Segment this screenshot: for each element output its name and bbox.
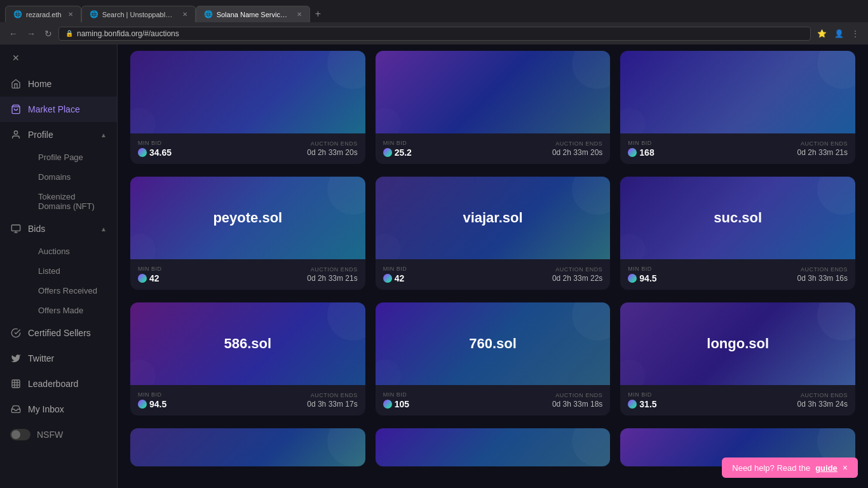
card2-name: viajar.sol — [463, 210, 522, 226]
card4-info: MIN BID 94.5 AUCTION ENDS 0d 3h 33m 17s — [130, 385, 365, 416]
tab3-label: Solana Name Service | Bonfida — [217, 11, 290, 18]
card1-min-bid-label: MIN BID — [138, 266, 162, 272]
sidebar-item-marketplace[interactable]: Market Place — [0, 97, 117, 122]
card-deco — [572, 428, 610, 466]
card3-end-value: 0d 3h 33m 16s — [797, 274, 848, 283]
sidebar-item-my-inbox[interactable]: My Inbox — [0, 396, 117, 422]
tab1-label: rezarad.eth — [26, 11, 62, 18]
sidebar-item-auctions[interactable]: Auctions — [28, 241, 117, 261]
browser-tabs: 🌐 rezarad.eth ✕ 🌐 Search | Unstoppable D… — [0, 0, 868, 22]
tab2-favicon: 🌐 — [90, 10, 98, 18]
browser-tab-3[interactable]: 🌐 Solana Name Service | Bonfida ✕ — [196, 6, 310, 22]
card6-bid-value: 31.5 — [628, 399, 656, 409]
inbox-icon — [10, 403, 22, 415]
card-deco — [327, 51, 365, 89]
menu-button[interactable]: ⋮ — [849, 28, 862, 39]
card4-image: 586.sol — [130, 302, 365, 385]
card1-bid: MIN BID 42 — [138, 266, 162, 283]
auction-card-6[interactable]: longo.sol MIN BID 31.5 AUCTION ENDS 0d 3… — [620, 302, 855, 416]
card3-bid: MIN BID 94.5 — [628, 266, 656, 283]
card-above2-info: MIN BID 25.2 AUCTION ENDS 0d 2h 33m 20s — [376, 133, 611, 164]
card5-bid: MIN BID 105 — [383, 391, 409, 409]
sidebar-marketplace-label: Market Place — [28, 104, 107, 114]
profile-button[interactable]: 👤 — [832, 28, 846, 39]
sol-icon-2 — [383, 148, 392, 157]
sidebar-item-nsfw[interactable]: NSFW — [0, 422, 117, 447]
close-icon: ✕ — [10, 52, 22, 64]
card1-bid-amount: 42 — [149, 273, 159, 283]
browser-tab-2[interactable]: 🌐 Search | Unstoppable Domains ✕ — [81, 6, 196, 22]
forward-button[interactable]: → — [24, 26, 38, 41]
profile-chevron-icon: ▲ — [100, 132, 107, 139]
help-close-button[interactable]: × — [843, 463, 848, 473]
browser-tab-1[interactable]: 🌐 rezarad.eth ✕ — [5, 6, 81, 22]
above1-end-value: 0d 2h 33m 20s — [307, 148, 357, 157]
auction-card-5[interactable]: 760.sol MIN BID 105 AUCTION ENDS 0d 3h 3… — [376, 302, 611, 416]
card6-end-value: 0d 3h 33m 24s — [797, 400, 848, 409]
card-above1-bid-value: 34.65 — [138, 147, 172, 158]
domains-label: Domains — [38, 172, 71, 182]
card-deco — [817, 51, 855, 89]
auction-card-8-partial[interactable] — [376, 428, 611, 466]
card-deco — [572, 177, 610, 215]
sidebar-item-domains[interactable]: Domains — [28, 167, 117, 187]
card1-ends-label: AUCTION ENDS — [307, 266, 357, 273]
auction-card-above3[interactable]: MIN BID 168 AUCTION ENDS 0d 2h 33m 21s — [620, 51, 855, 164]
auction-card-2[interactable]: viajar.sol MIN BID 42 AUCTION ENDS 0d 2h… — [376, 177, 611, 290]
above3-end-value: 0d 2h 33m 21s — [797, 148, 848, 157]
card-deco-2 — [130, 108, 156, 133]
sidebar-close[interactable]: ✕ — [0, 44, 117, 71]
auction-ends-label-3: AUCTION ENDS — [797, 140, 848, 147]
sidebar-item-listed[interactable]: Listed — [28, 261, 117, 281]
sidebar-item-twitter[interactable]: Twitter — [0, 346, 117, 371]
auction-card-above2[interactable]: MIN BID 25.2 AUCTION ENDS 0d 2h 33m 20s — [376, 51, 611, 164]
extensions-button[interactable]: ⭐ — [815, 28, 829, 39]
nsfw-toggle[interactable] — [10, 429, 31, 440]
card2-info: MIN BID 42 AUCTION ENDS 0d 2h 33m 22s — [376, 259, 611, 290]
card4-sol-icon — [138, 400, 147, 409]
new-tab-button[interactable]: + — [310, 6, 326, 22]
card6-sol-icon — [628, 400, 637, 409]
help-guide-link[interactable]: guide — [815, 463, 837, 473]
card-deco — [572, 302, 610, 341]
address-bar[interactable]: 🔒 naming.bonfida.org/#/auctions — [58, 27, 811, 41]
address-text: naming.bonfida.org/#/auctions — [77, 29, 179, 38]
card7-partial-image — [130, 428, 365, 466]
card-above3-image — [620, 51, 855, 133]
auction-card-3[interactable]: suc.sol MIN BID 94.5 AUCTION ENDS 0d 3h … — [620, 177, 855, 290]
card2-bid-amount: 42 — [395, 273, 405, 283]
refresh-button[interactable]: ↻ — [42, 26, 55, 41]
tab2-label: Search | Unstoppable Domains — [102, 11, 176, 18]
sidebar-item-offers-received[interactable]: Offers Received — [28, 281, 117, 301]
sidebar-item-offers-made[interactable]: Offers Made — [28, 301, 117, 320]
sidebar-item-profile-page[interactable]: Profile Page — [28, 147, 117, 167]
browser-nav: ← → ↻ 🔒 naming.bonfida.org/#/auctions ⭐ … — [0, 22, 868, 44]
auction-card-above1[interactable]: MIN BID 34.65 AUCTION ENDS 0d 2h 33m 20s — [130, 51, 365, 164]
tab3-close[interactable]: ✕ — [297, 11, 302, 18]
above1-bid-amount: 34.65 — [149, 147, 172, 158]
card3-end: AUCTION ENDS 0d 3h 33m 16s — [797, 266, 848, 283]
sidebar-home-label: Home — [28, 79, 107, 89]
auction-card-4[interactable]: 586.sol MIN BID 94.5 AUCTION ENDS 0d 3h … — [130, 302, 365, 416]
auction-card-1[interactable]: peyote.sol MIN BID 42 AUCTION ENDS 0d 2h… — [130, 177, 365, 290]
help-text: Need help? Read the — [732, 463, 810, 473]
sidebar-item-bids[interactable]: Bids ▲ — [0, 216, 117, 241]
back-button[interactable]: ← — [6, 26, 20, 41]
card-above2-image — [376, 51, 611, 133]
card2-image: viajar.sol — [376, 177, 611, 259]
card4-min-bid-label: MIN BID — [138, 391, 166, 398]
svg-point-1 — [14, 131, 17, 134]
sidebar-item-certified-sellers[interactable]: Certified Sellers — [0, 320, 117, 346]
sidebar-item-home[interactable]: Home — [0, 71, 117, 97]
min-bid-label: MIN BID — [138, 140, 172, 146]
auction-card-7-partial[interactable] — [130, 428, 365, 466]
card2-min-bid-label: MIN BID — [383, 266, 407, 272]
sidebar-item-leaderboard[interactable]: Leaderboard — [0, 371, 117, 396]
sidebar-item-profile[interactable]: Profile ▲ — [0, 122, 117, 147]
sidebar-item-tokenized[interactable]: Tokenized Domains (NFT) — [28, 187, 117, 216]
tab2-close[interactable]: ✕ — [182, 11, 187, 18]
card-deco-2 — [130, 360, 156, 385]
card6-ends-label: AUCTION ENDS — [797, 392, 848, 398]
tab1-close[interactable]: ✕ — [68, 11, 73, 18]
bids-chevron-icon: ▲ — [100, 226, 107, 233]
